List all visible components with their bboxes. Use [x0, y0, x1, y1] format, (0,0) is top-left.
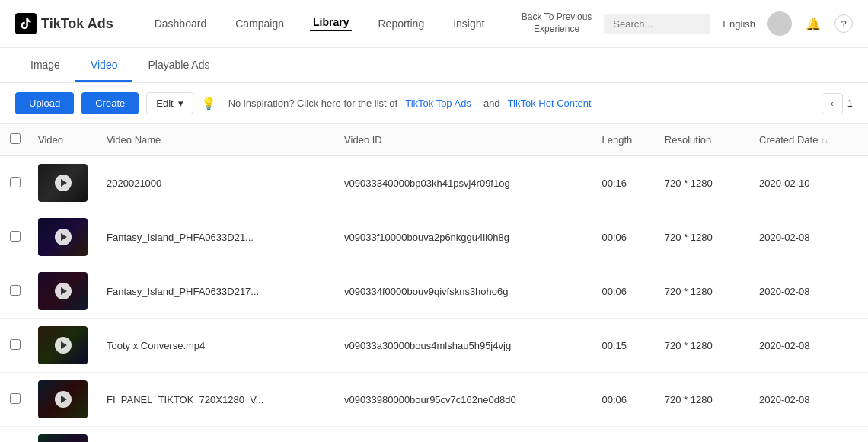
row-video-thumb-cell	[30, 264, 99, 319]
row-length: 00:16	[595, 156, 657, 210]
nav-insight[interactable]: Insight	[450, 18, 487, 30]
and-text: and	[483, 98, 500, 109]
row-checkbox-cell	[0, 156, 30, 210]
row-checkbox[interactable]	[10, 285, 21, 296]
col-created-date: Created Date ↑↓	[752, 124, 868, 156]
col-resolution: Resolution	[657, 124, 752, 156]
main-nav: Dashboard Campaign Library Reporting Ins…	[152, 16, 499, 31]
row-length: 00:06	[595, 427, 657, 443]
row-video-thumb-cell	[30, 210, 99, 264]
row-video-name: 2020021000	[99, 156, 337, 210]
row-created-date: 2020-02-08	[752, 373, 868, 427]
nav-library[interactable]: Library	[310, 16, 352, 31]
prev-page-button[interactable]: ‹	[822, 93, 843, 114]
row-checkbox[interactable]	[10, 177, 21, 187]
row-video-id: v09033f10000bouva2p6nkggu4il0h8g	[337, 210, 594, 264]
row-length: 00:06	[595, 264, 657, 319]
back-btn-line1: Back To Previous	[522, 11, 592, 24]
play-button-icon	[55, 337, 72, 354]
nav-campaign[interactable]: Campaign	[232, 18, 287, 30]
row-video-thumb-cell	[30, 156, 99, 210]
row-resolution: 720 * 1280	[657, 264, 752, 319]
row-checkbox[interactable]	[10, 231, 21, 242]
tab-video[interactable]: Video	[75, 50, 133, 82]
video-thumbnail[interactable]	[38, 326, 88, 364]
table-body: 2020021000 v09033340000bp03kh41psvj4r09f…	[0, 156, 868, 443]
video-thumbnail[interactable]	[38, 380, 88, 418]
row-length: 00:15	[595, 319, 657, 373]
chevron-down-icon: ▾	[178, 98, 183, 109]
row-resolution: 720 * 1280	[657, 427, 752, 443]
header-right: Back To Previous Experience English 🔔 ?	[522, 11, 853, 36]
row-video-id: v09033f70000bour8abnqog9o8beg06g	[337, 427, 594, 443]
language-selector[interactable]: English	[723, 18, 755, 30]
video-thumbnail[interactable]	[38, 272, 88, 310]
tab-image[interactable]: Image	[15, 50, 75, 82]
row-video-id: v09033980000bour95cv7c162ne0d8d0	[337, 373, 594, 427]
table-row: 2020021000 v09033340000bp03kh41psvj4r09f…	[0, 156, 868, 210]
row-video-name: FI_LUCY_720x1280_TIKTOK_VA...	[99, 427, 337, 443]
video-thumbnail[interactable]	[38, 164, 88, 202]
row-video-name: Tooty x Converse.mp4	[99, 319, 337, 373]
row-video-thumb-cell	[30, 427, 99, 443]
row-video-id: v09033a30000bous4mlshau5h95j4vjg	[337, 319, 594, 373]
col-length: Length	[595, 124, 657, 156]
edit-dropdown[interactable]: Edit ▾	[146, 92, 193, 114]
page-navigation: ‹ 1	[822, 93, 853, 114]
play-button-icon	[55, 229, 72, 245]
select-all-checkbox-col	[0, 124, 30, 156]
table-row: Tooty x Converse.mp4 v09033a30000bous4ml…	[0, 319, 868, 373]
row-checkbox[interactable]	[10, 393, 21, 404]
nav-reporting[interactable]: Reporting	[375, 18, 427, 30]
sort-icon[interactable]: ↑↓	[821, 136, 828, 145]
logo: TikTok Ads	[15, 13, 113, 34]
tabs-bar: Image Video Playable Ads	[0, 48, 868, 83]
top-ads-link[interactable]: TikTok Top Ads	[405, 98, 471, 109]
video-table: Video Video Name Video ID Length Resolut…	[0, 124, 868, 442]
row-video-id: v09033340000bp03kh41psvj4r09f1og	[337, 156, 594, 210]
col-video-name: Video Name	[99, 124, 337, 156]
row-video-name: FI_PANEL_TIKTOK_720X1280_V...	[99, 373, 337, 427]
select-all-checkbox[interactable]	[10, 133, 21, 144]
edit-label: Edit	[156, 98, 173, 109]
video-thumbnail[interactable]	[38, 218, 88, 256]
inspiration-text: No inspiration? Click here for the list …	[228, 98, 398, 109]
toolbar: Upload Create Edit ▾ 💡 No inspiration? C…	[0, 83, 868, 124]
row-video-thumb-cell	[30, 373, 99, 427]
page-number: 1	[847, 98, 853, 109]
row-created-date: 2020-02-10	[752, 156, 868, 210]
header: TikTok Ads Dashboard Campaign Library Re…	[0, 0, 868, 48]
video-thumbnail[interactable]	[38, 434, 88, 442]
logo-icon	[15, 13, 37, 34]
search-input[interactable]	[604, 14, 710, 34]
row-resolution: 720 * 1280	[657, 210, 752, 264]
help-icon[interactable]: ?	[834, 14, 853, 33]
upload-button[interactable]: Upload	[15, 92, 74, 114]
row-checkbox[interactable]	[10, 339, 21, 350]
row-video-name: Fantasy_Island_PHFA0633D217...	[99, 264, 337, 319]
row-checkbox-cell	[0, 210, 30, 264]
toolbar-right: ‹ 1	[822, 93, 853, 114]
back-to-previous-btn[interactable]: Back To Previous Experience	[522, 11, 592, 35]
row-resolution: 720 * 1280	[657, 156, 752, 210]
tab-playable-ads[interactable]: Playable Ads	[132, 50, 225, 82]
nav-dashboard[interactable]: Dashboard	[152, 18, 210, 30]
row-length: 00:06	[595, 210, 657, 264]
col-video-id: Video ID	[337, 124, 594, 156]
play-button-icon	[55, 175, 72, 191]
back-btn-line2: Experience	[522, 24, 592, 36]
row-length: 00:06	[595, 373, 657, 427]
table-row: Fantasy_Island_PHFA0633D21... v09033f100…	[0, 210, 868, 264]
col-video: Video	[30, 124, 99, 156]
row-resolution: 720 * 1280	[657, 319, 752, 373]
row-checkbox-cell	[0, 264, 30, 319]
row-resolution: 720 * 1280	[657, 373, 752, 427]
play-button-icon	[55, 283, 72, 299]
table-wrap: Video Video Name Video ID Length Resolut…	[0, 124, 868, 442]
create-button[interactable]: Create	[81, 92, 139, 114]
hot-content-link[interactable]: TikTok Hot Content	[508, 98, 592, 109]
table-row: Fantasy_Island_PHFA0633D217... v090334f0…	[0, 264, 868, 319]
notification-bell-icon[interactable]: 🔔	[804, 14, 822, 33]
row-checkbox-cell	[0, 319, 30, 373]
table-row: FI_LUCY_720x1280_TIKTOK_VA... v09033f700…	[0, 427, 868, 443]
